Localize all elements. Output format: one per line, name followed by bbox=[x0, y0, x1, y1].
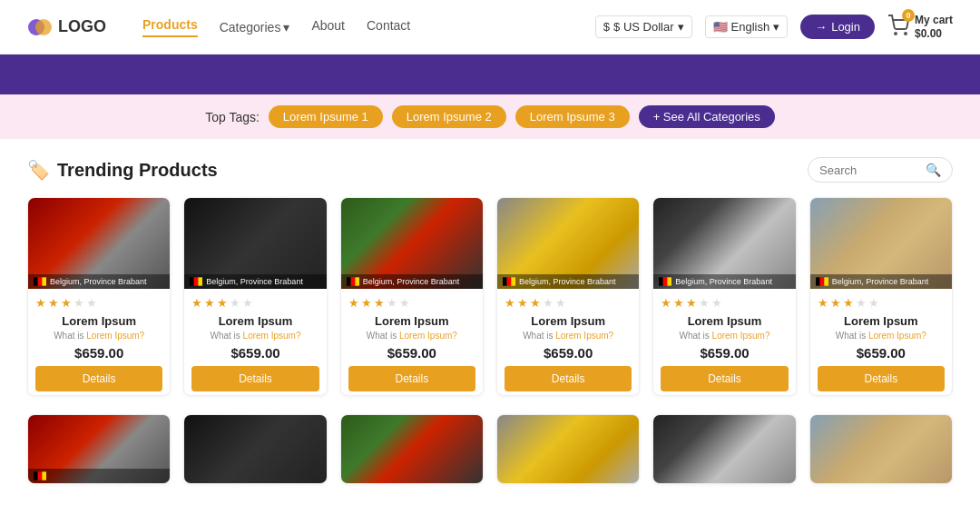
main-nav: Products Categories ▾ About Contact bbox=[142, 17, 577, 37]
language-selector[interactable]: 🇺🇸 English ▾ bbox=[705, 15, 789, 38]
product-location-3: Belgium, Province Brabant bbox=[341, 274, 483, 289]
login-label: Login bbox=[831, 20, 860, 34]
trending-title: 🏷️ Trending Products bbox=[27, 159, 218, 181]
nav-products[interactable]: Products bbox=[142, 17, 198, 37]
flag-icon-4 bbox=[503, 277, 515, 286]
svg-rect-5 bbox=[38, 277, 43, 285]
product-price-6: $659.00 bbox=[818, 345, 945, 361]
details-button-5[interactable]: Details bbox=[661, 366, 788, 391]
rating-stars-3: ★ ★ ★ ★ ★ bbox=[348, 296, 475, 310]
svg-rect-7 bbox=[190, 277, 194, 285]
lang-chevron-icon: ▾ bbox=[773, 20, 779, 34]
product-card-7 bbox=[27, 414, 171, 484]
nav-categories[interactable]: Categories ▾ bbox=[220, 20, 290, 35]
product-grid-row1: Belgium, Province Brabant ★ ★ ★ ★ ★ Lore… bbox=[27, 197, 953, 396]
svg-rect-24 bbox=[42, 471, 46, 480]
currency-icon: $ bbox=[603, 20, 610, 34]
product-image-1: Belgium, Province Brabant bbox=[28, 198, 170, 289]
flag-icon-2 bbox=[190, 277, 202, 286]
svg-rect-8 bbox=[194, 277, 199, 285]
svg-rect-22 bbox=[34, 471, 38, 480]
logo-text: LOGO bbox=[58, 17, 106, 36]
product-price-1: $659.00 bbox=[35, 345, 162, 361]
product-name-1: Lorem Ipsum bbox=[35, 314, 162, 328]
tag-button-all[interactable]: + See All Categories bbox=[639, 105, 775, 128]
tag-button-1[interactable]: Lorem Ipsume 1 bbox=[269, 105, 383, 128]
product-desc-6: What is Lorem Ipsum? bbox=[818, 331, 945, 341]
details-button-2[interactable]: Details bbox=[191, 366, 318, 391]
cart-button[interactable]: 0 My cart $0.00 bbox=[887, 14, 953, 40]
search-input[interactable] bbox=[819, 163, 920, 177]
product-image-11 bbox=[653, 415, 795, 483]
product-card-5: Belgium, Province Brabant ★ ★ ★ ★ ★ Lore… bbox=[652, 197, 796, 396]
purple-banner bbox=[0, 54, 980, 94]
trending-title-text: Trending Products bbox=[57, 160, 218, 181]
rating-stars-2: ★ ★ ★ ★ ★ bbox=[191, 296, 318, 310]
login-button[interactable]: → Login bbox=[800, 15, 875, 39]
product-price-2: $659.00 bbox=[191, 345, 318, 361]
product-location-1: Belgium, Province Brabant bbox=[28, 274, 170, 289]
product-name-5: Lorem Ipsum bbox=[661, 314, 788, 328]
nav-contact[interactable]: Contact bbox=[367, 18, 410, 36]
svg-rect-15 bbox=[511, 277, 515, 285]
svg-rect-13 bbox=[503, 277, 507, 285]
product-desc-1: What is Lorem Ipsum? bbox=[35, 331, 162, 341]
svg-rect-12 bbox=[355, 277, 359, 285]
product-card-2: Belgium, Province Brabant ★ ★ ★ ★ ★ Lore… bbox=[183, 197, 327, 396]
rating-stars-4: ★ ★ ★ ★ ★ bbox=[505, 296, 632, 310]
product-grid-row2 bbox=[27, 414, 953, 484]
product-image-4: Belgium, Province Brabant bbox=[497, 198, 639, 289]
currency-label: $ US Dollar bbox=[613, 20, 673, 34]
logo-icon bbox=[27, 15, 53, 40]
product-image-9 bbox=[341, 415, 483, 483]
svg-rect-14 bbox=[507, 277, 512, 285]
cart-badge: 0 bbox=[902, 9, 915, 22]
product-image-5: Belgium, Province Brabant bbox=[653, 198, 795, 289]
product-card-9 bbox=[340, 414, 484, 484]
product-location-4: Belgium, Province Brabant bbox=[497, 274, 639, 289]
product-name-2: Lorem Ipsum bbox=[191, 314, 318, 328]
trending-section-header: 🏷️ Trending Products 🔍 bbox=[27, 157, 953, 183]
product-card-12 bbox=[809, 414, 953, 484]
product-desc-4: What is Lorem Ipsum? bbox=[505, 331, 632, 341]
tag-button-3[interactable]: Lorem Ipsume 3 bbox=[515, 105, 630, 128]
details-button-1[interactable]: Details bbox=[35, 366, 162, 391]
flag-icon-6 bbox=[816, 277, 828, 286]
product-card-3: Belgium, Province Brabant ★ ★ ★ ★ ★ Lore… bbox=[340, 197, 484, 396]
svg-rect-9 bbox=[199, 277, 203, 285]
product-image-6: Belgium, Province Brabant bbox=[810, 198, 952, 289]
login-icon: → bbox=[815, 20, 827, 34]
details-button-6[interactable]: Details bbox=[818, 366, 945, 391]
svg-rect-10 bbox=[347, 277, 351, 285]
tag-button-2[interactable]: Lorem Ipsume 2 bbox=[392, 105, 506, 128]
flag-icon-5 bbox=[659, 277, 671, 286]
search-icon[interactable]: 🔍 bbox=[926, 163, 941, 177]
cart-label: My cart bbox=[915, 14, 953, 26]
svg-rect-11 bbox=[350, 277, 355, 285]
currency-selector[interactable]: $ $ US Dollar ▾ bbox=[595, 15, 692, 38]
product-card-8 bbox=[183, 414, 327, 484]
product-location-2: Belgium, Province Brabant bbox=[184, 274, 326, 289]
cart-amount: $0.00 bbox=[915, 27, 953, 40]
language-label: English bbox=[731, 20, 770, 34]
details-button-3[interactable]: Details bbox=[348, 366, 475, 391]
currency-chevron-icon: ▾ bbox=[678, 20, 684, 34]
nav-about[interactable]: About bbox=[311, 18, 345, 36]
flag-icon: 🇺🇸 bbox=[713, 20, 728, 34]
main-content: 🏷️ Trending Products 🔍 Belgium, Province… bbox=[0, 139, 980, 502]
logo[interactable]: LOGO bbox=[27, 15, 106, 40]
svg-rect-4 bbox=[34, 277, 38, 285]
product-image-10 bbox=[497, 415, 639, 483]
product-card-6: Belgium, Province Brabant ★ ★ ★ ★ ★ Lore… bbox=[809, 197, 953, 396]
svg-rect-19 bbox=[816, 277, 820, 285]
svg-rect-21 bbox=[824, 277, 828, 285]
product-price-5: $659.00 bbox=[661, 345, 788, 361]
rating-stars-5: ★ ★ ★ ★ ★ bbox=[661, 296, 788, 310]
cart-icon-wrap: 0 bbox=[887, 15, 909, 40]
svg-point-2 bbox=[895, 33, 897, 35]
top-tags-label: Top Tags: bbox=[205, 110, 260, 124]
flag-icon-1 bbox=[34, 277, 46, 286]
details-button-4[interactable]: Details bbox=[505, 366, 632, 391]
chevron-down-icon: ▾ bbox=[283, 20, 289, 35]
product-image-7 bbox=[28, 415, 170, 483]
